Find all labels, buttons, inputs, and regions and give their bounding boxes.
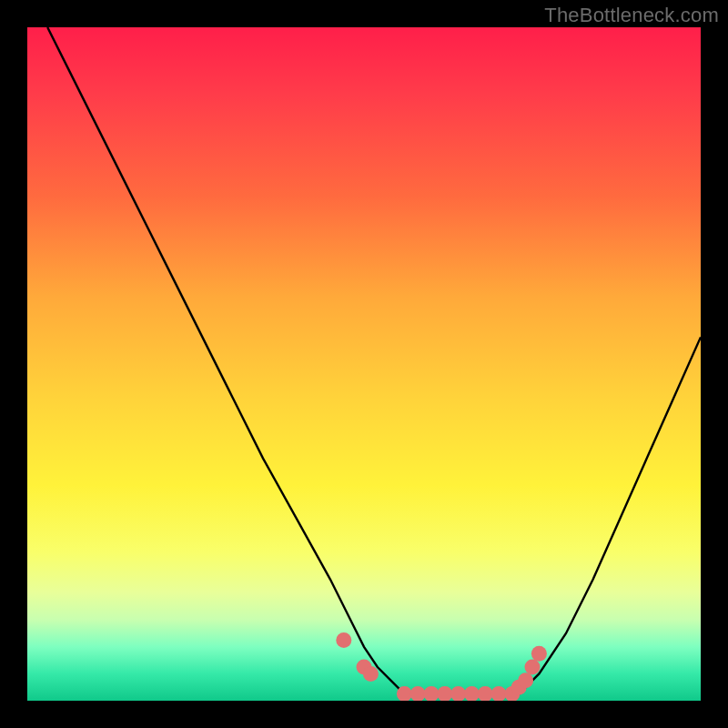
chart-frame: TheBottleneck.com — [0, 0, 728, 728]
marker-dot — [478, 686, 493, 701]
marker-dot — [518, 672, 533, 688]
marker-dot — [531, 646, 547, 662]
marker-dot — [464, 686, 480, 701]
marker-dot — [437, 686, 452, 701]
marker-dot — [450, 686, 466, 701]
marker-dot — [491, 686, 507, 701]
curve-group — [47, 27, 701, 694]
marker-group — [336, 632, 547, 701]
marker-dot — [525, 660, 541, 675]
marker-dot — [363, 666, 379, 682]
watermark-text: TheBottleneck.com — [544, 4, 719, 27]
bottleneck-curve-svg — [27, 27, 701, 701]
marker-dot — [424, 686, 440, 701]
curve-left — [47, 27, 404, 694]
marker-dot — [410, 686, 426, 701]
plot-area — [27, 27, 701, 701]
marker-dot — [336, 632, 351, 648]
curve-right — [519, 337, 701, 693]
